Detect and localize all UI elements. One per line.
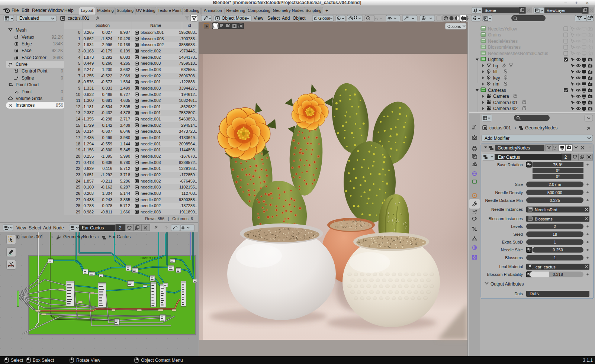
svg-text:NeedlesRed: NeedlesRed — [535, 207, 557, 212]
svg-text:key: key — [493, 75, 500, 81]
svg-text:ViewLayer: ViewLayer — [547, 8, 566, 13]
svg-text:Node: Node — [53, 225, 64, 231]
svg-text:2: 2 — [554, 224, 556, 229]
svg-text:View: View — [254, 16, 263, 21]
svg-text:Box Select: Box Select — [33, 358, 54, 363]
svg-text:Object Mode: Object Mode — [222, 16, 247, 21]
svg-text:Evaluated: Evaluated — [19, 16, 39, 21]
svg-text:Blossoms: Blossoms — [535, 217, 553, 221]
svg-text:rim: rim — [493, 81, 499, 87]
svg-text:0.325: 0.325 — [550, 198, 560, 203]
svg-text:0.318: 0.318 — [553, 272, 563, 277]
svg-text:2: 2 — [119, 225, 122, 231]
svg-text:75.9°: 75.9° — [553, 162, 563, 167]
svg-text:Camera.002: Camera.002 — [493, 106, 518, 111]
svg-text:Add: Add — [43, 225, 51, 231]
svg-text:Camera: Camera — [493, 94, 509, 99]
svg-text:Rotate View: Rotate View — [76, 358, 100, 363]
svg-text:Size: Size — [515, 182, 523, 187]
svg-text:cactus.001: cactus.001 — [489, 125, 511, 131]
svg-text:Seed: Seed — [513, 232, 523, 236]
svg-text:0°: 0° — [556, 174, 560, 179]
svg-text:Levels: Levels — [511, 224, 523, 229]
svg-text:cactus.001: cactus.001 — [68, 16, 89, 21]
svg-text:1: 1 — [554, 240, 556, 244]
svg-text:18: 18 — [553, 232, 557, 236]
svg-text:Ear Cactus: Ear Cactus — [82, 225, 104, 231]
svg-text:Object Context Menu: Object Context Menu — [141, 358, 183, 363]
svg-text:Base Rotation: Base Rotation — [497, 162, 523, 167]
svg-text:Select: Select — [11, 358, 23, 363]
svg-text:Needle Instances: Needle Instances — [491, 207, 523, 212]
svg-text:Dots: Dots — [530, 291, 539, 296]
svg-text:NeedleMeshes: NeedleMeshes — [488, 39, 518, 44]
svg-text:Needle Size: Needle Size — [501, 248, 523, 252]
svg-text:Blossoms: Blossoms — [505, 255, 523, 260]
svg-text:0°: 0° — [556, 168, 560, 173]
svg-text:Output Attributes: Output Attributes — [491, 281, 524, 287]
svg-text:›: › — [515, 125, 516, 131]
svg-text:ear_cactus: ear_cactus — [536, 265, 556, 269]
svg-text:Options: Options — [447, 24, 461, 29]
svg-text:2: 2 — [565, 155, 567, 160]
svg-text:Cameras: Cameras — [488, 88, 506, 93]
svg-text:NeedlesMeshesNormalCactus: NeedlesMeshesNormalCactus — [488, 51, 548, 56]
svg-text:fill: fill — [493, 69, 497, 74]
svg-text:View: View — [16, 225, 26, 231]
svg-text:Grains: Grains — [488, 32, 501, 38]
svg-text:Ear Cactus: Ear Cactus — [498, 155, 520, 160]
svg-text:Leaf Material: Leaf Material — [499, 264, 523, 269]
svg-text:0.250: 0.250 — [553, 248, 563, 252]
svg-text:Needle Distance Min: Needle Distance Min — [485, 198, 523, 203]
svg-text:Extra SubD: Extra SubD — [502, 240, 523, 244]
svg-text:bg: bg — [493, 63, 498, 68]
svg-text:Scene: Scene — [485, 8, 496, 13]
svg-text:1: 1 — [554, 255, 556, 260]
svg-text:Blossom Probability: Blossom Probability — [487, 272, 523, 277]
svg-text:Lighting: Lighting — [488, 57, 504, 62]
svg-text:Dots: Dots — [514, 291, 523, 296]
svg-text:Camera.001: Camera.001 — [493, 100, 518, 105]
svg-text:Add: Add — [282, 16, 290, 21]
svg-text:2.07 m: 2.07 m — [549, 182, 561, 187]
svg-text:Select: Select — [29, 225, 41, 231]
svg-text:GeometryNodes: GeometryNodes — [498, 145, 530, 151]
svg-text:Add Modifier: Add Modifier — [485, 136, 509, 141]
svg-text:Global: Global — [318, 16, 330, 20]
svg-text:Object: Object — [293, 16, 306, 21]
svg-text:BlossomMeshes: BlossomMeshes — [488, 45, 521, 50]
svg-text:3.1.1: 3.1.1 — [583, 358, 593, 363]
svg-text:Blossom Instances: Blossom Instances — [489, 216, 523, 221]
svg-text:Needle Density: Needle Density — [495, 190, 523, 195]
svg-text:500.000: 500.000 — [547, 190, 562, 195]
svg-text:NeedlesYellow: NeedlesYellow — [488, 26, 517, 32]
svg-text:GeometryNodes: GeometryNodes — [525, 125, 557, 131]
svg-text:Select: Select — [267, 16, 280, 21]
